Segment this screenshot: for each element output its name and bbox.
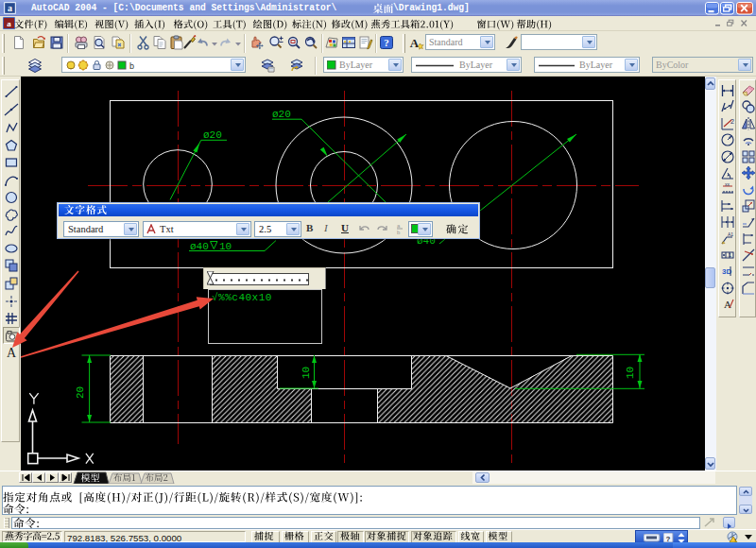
svg-text:b: b bbox=[397, 230, 401, 235]
svg-text:ø20: ø20 bbox=[203, 129, 222, 141]
svg-text:A: A bbox=[410, 36, 420, 50]
svg-text:A1: A1 bbox=[728, 231, 733, 237]
svg-text:?: ? bbox=[384, 37, 389, 48]
svg-text:2: 2 bbox=[730, 118, 734, 125]
svg-text:a: a bbox=[7, 19, 11, 28]
svg-text:10: 10 bbox=[625, 367, 636, 379]
svg-text:A: A bbox=[724, 299, 731, 310]
svg-text:.1: .1 bbox=[727, 252, 732, 258]
svg-text:10: 10 bbox=[301, 367, 312, 379]
svg-text:A: A bbox=[7, 346, 17, 360]
svg-text:20: 20 bbox=[75, 386, 86, 399]
svg-text:ø20: ø20 bbox=[272, 109, 291, 120]
svg-text:a: a bbox=[8, 3, 12, 13]
svg-text:xx: xx bbox=[725, 181, 730, 187]
svg-text:b: b bbox=[129, 61, 134, 71]
svg-text:a: a bbox=[397, 223, 401, 229]
